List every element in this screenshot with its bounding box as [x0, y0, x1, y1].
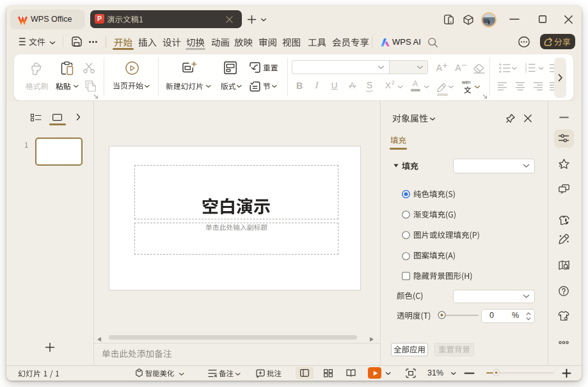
svg-text:P: P	[97, 15, 102, 22]
